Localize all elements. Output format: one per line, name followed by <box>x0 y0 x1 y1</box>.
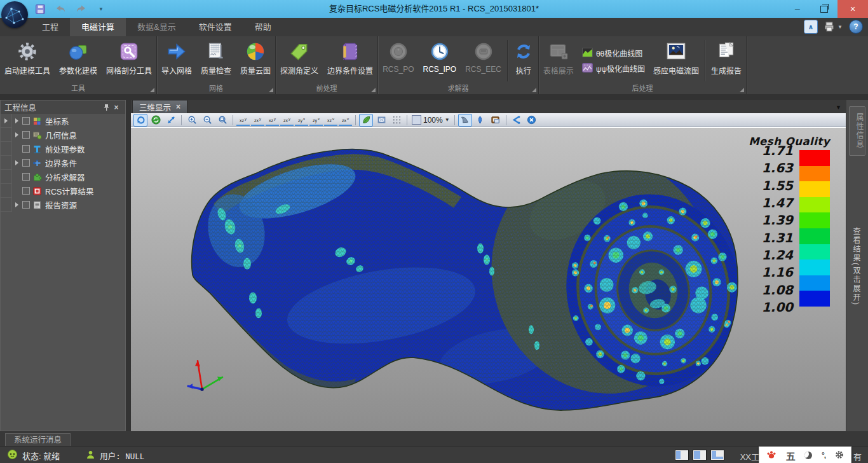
rotate-view-button[interactable] <box>133 114 147 127</box>
axis-view-button-zyx[interactable]: zyx <box>295 114 308 126</box>
tree-item-geometry-info[interactable]: 几何信息 <box>1 128 125 142</box>
axis-view-button-xzv[interactable]: xzv <box>324 114 337 126</box>
expand-icon[interactable] <box>15 202 18 207</box>
checkbox[interactable] <box>22 117 30 125</box>
pin-icon[interactable] <box>101 102 111 113</box>
checkbox[interactable] <box>22 145 30 153</box>
ime-settings-gear-icon[interactable] <box>835 450 844 461</box>
window-title: 复杂目标RCS电磁分析软件2015 R1 - RCS_2015031801* <box>0 0 868 18</box>
layout-two-button[interactable] <box>693 450 707 460</box>
rcs-ipo-button[interactable]: RCS_IPO <box>418 38 461 84</box>
checkbox[interactable] <box>22 187 30 195</box>
mesh-model <box>188 128 758 423</box>
tree-item-analysis-solver[interactable]: 分析求解器 <box>1 170 125 184</box>
cancel-operation-button[interactable] <box>525 114 539 127</box>
checkbox[interactable] <box>22 159 30 167</box>
theta-polarization-curve-button[interactable]: θθ极化曲线图 <box>582 47 645 60</box>
tab-em-computation[interactable]: 电磁计算 <box>70 18 126 36</box>
probe-angle-button[interactable]: 探测角定义 <box>276 38 323 84</box>
ribbon-group-label-tools: 工具 <box>0 84 156 94</box>
ime-punctuation-mode[interactable]: °, <box>822 451 825 460</box>
ime-halfwidth-moon-icon[interactable] <box>804 452 812 459</box>
zoom-out-button[interactable] <box>200 114 214 127</box>
axis-view-button-zyx[interactable]: zyx <box>309 114 323 126</box>
boundary-conditions-button[interactable]: 边界条件设置 <box>323 38 377 84</box>
application-window: ▼ 复杂目标RCS电磁分析软件2015 R1 - RCS_2015031801*… <box>0 0 868 463</box>
sphere-cube-icon <box>67 39 89 64</box>
expand-icon[interactable] <box>15 118 18 123</box>
printer-icon <box>824 22 836 32</box>
ribbon-group-preprocess: 探测角定义 边界条件设置 前处理 <box>276 36 378 94</box>
checkbox[interactable] <box>22 201 30 209</box>
legend-color-band <box>799 166 830 182</box>
tree-item-rcs-results[interactable]: RCS计算结果 <box>1 184 125 198</box>
tab-project[interactable]: 工程 <box>31 18 70 36</box>
property-info-tab[interactable]: 属性信息 <box>849 106 865 156</box>
layout-three-button[interactable] <box>710 450 724 460</box>
tab-software-settings[interactable]: 软件设置 <box>187 18 243 36</box>
axis-view-button-zxy[interactable]: zxy <box>251 114 264 126</box>
viewport-canvas[interactable]: Mesh Quality 1.711.631.551.471.391.311.2… <box>131 127 846 431</box>
checkbox[interactable] <box>22 173 30 181</box>
expand-icon[interactable] <box>15 160 18 165</box>
wireframe-mode-button[interactable] <box>374 114 388 127</box>
induced-current-map-button[interactable]: 感应电磁流图 <box>649 38 703 84</box>
zoom-level-control[interactable]: 100% ▼ <box>410 115 451 125</box>
close-button[interactable]: × <box>837 0 868 18</box>
wrench-box-icon <box>118 39 140 64</box>
style-switcher-button[interactable]: ▼ <box>824 22 843 32</box>
quality-check-button[interactable]: 质量检查 <box>196 38 236 84</box>
help-button[interactable]: ? <box>849 20 863 34</box>
tree-item-boundary-conditions[interactable]: 边界条件 <box>1 156 125 170</box>
checkbox[interactable] <box>22 131 30 139</box>
generate-report-button[interactable]: 生成报告 <box>707 38 746 84</box>
execute-button[interactable]: 执行 <box>509 38 538 84</box>
legend-color-band <box>799 275 830 291</box>
capture-view-button[interactable] <box>489 114 503 127</box>
axis-view-button-xzy[interactable]: xzy <box>236 114 250 126</box>
view-results-tab[interactable]: 查看结果(双击展开) <box>851 227 862 306</box>
axis-view-button-zxy[interactable]: zxy <box>280 114 294 126</box>
tree-item-report-resources[interactable]: 报告资源 <box>1 198 125 212</box>
panel-close-icon[interactable]: × <box>111 102 121 113</box>
launch-modeling-tool-button[interactable]: 启动建模工具 <box>0 38 55 84</box>
psi-polarization-curve-button[interactable]: ψψ极化曲线图 <box>582 62 645 75</box>
points-mode-button[interactable] <box>390 114 403 127</box>
flip-view-button[interactable] <box>510 114 524 127</box>
minimize-button[interactable]: – <box>784 0 811 18</box>
zoom-in-button[interactable] <box>185 114 199 127</box>
collapse-ribbon-button[interactable]: ∧ <box>804 20 818 34</box>
ime-wubi-mode[interactable]: 五 <box>786 449 796 462</box>
refresh-arrows-icon <box>513 39 534 64</box>
drop-down-view-button[interactable] <box>473 114 487 127</box>
fin-select-button[interactable] <box>458 114 472 127</box>
meshing-tool-button[interactable]: 网格剖分工具 <box>102 38 156 84</box>
tree-item-coordinate-system[interactable]: 坐标系 <box>1 114 125 128</box>
tab-3d-display[interactable]: 三维显示 × <box>132 100 187 113</box>
expand-icon[interactable] <box>15 132 18 137</box>
tab-close-icon[interactable]: × <box>176 102 180 111</box>
quality-cloud-map-button[interactable]: 质量云图 <box>236 38 275 84</box>
postprocess-divider <box>705 40 705 81</box>
parametric-modeling-button[interactable]: 参数化建模 <box>55 38 102 84</box>
wireframe-icon <box>377 115 386 125</box>
rotate-icon <box>136 115 146 125</box>
import-mesh-button[interactable]: 导入网格 <box>157 38 196 84</box>
pan-zoom-button[interactable] <box>164 114 178 127</box>
orbit-view-button[interactable] <box>149 114 163 127</box>
app-logo <box>1 1 28 28</box>
tab-list-dropdown-icon[interactable]: ▼ <box>836 104 841 111</box>
tree-item-preprocess-params[interactable]: 前处理参数 <box>1 142 125 156</box>
ime-logo-paw-icon[interactable] <box>766 450 776 461</box>
zoom-level-dropdown-icon[interactable]: ▼ <box>445 117 450 123</box>
system-messages-tab[interactable]: 系统运行消息 <box>5 433 71 446</box>
zoom-fit-button[interactable] <box>215 114 229 127</box>
axis-view-button-zxv[interactable]: zxv <box>339 114 352 126</box>
restore-button[interactable] <box>811 0 837 18</box>
tab-data-display[interactable]: 数据&显示 <box>126 18 187 36</box>
tab-help[interactable]: 帮助 <box>243 18 283 36</box>
layout-one-button[interactable] <box>675 450 689 460</box>
shaded-mode-button[interactable] <box>359 114 373 127</box>
gutter-expand-icon[interactable] <box>4 118 8 123</box>
axis-view-button-xzy[interactable]: xzy <box>266 114 279 126</box>
